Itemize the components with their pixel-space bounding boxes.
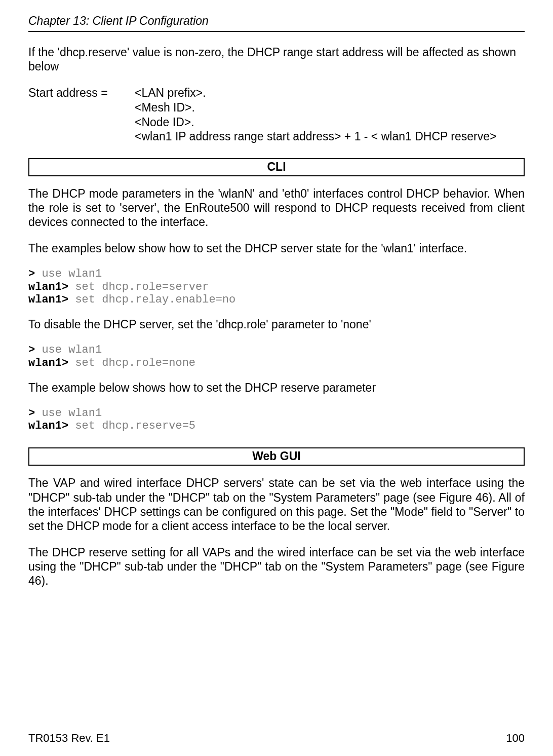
prompt: wlan1> xyxy=(28,420,68,432)
cmd: use wlan1 xyxy=(35,344,102,356)
start-address-line-2: <Mesh ID>. xyxy=(135,100,525,115)
page: Chapter 13: Client IP Configuration If t… xyxy=(0,0,553,756)
start-address-values: <LAN prefix>. <Mesh ID>. <Node ID>. <wla… xyxy=(135,86,525,144)
prompt: wlan1> xyxy=(28,293,68,306)
start-address-label: Start address = xyxy=(28,86,135,144)
cli-code-block-1: > use wlan1 wlan1> set dhcp.role=server … xyxy=(28,268,525,306)
webgui-paragraph-2: The DHCP reserve setting for all VAPs an… xyxy=(28,545,525,588)
cmd: use wlan1 xyxy=(35,407,102,420)
prompt: > xyxy=(28,407,35,420)
cli-code-block-3: > use wlan1 wlan1> set dhcp.reserve=5 xyxy=(28,407,525,433)
cli-paragraph-1: The DHCP mode parameters in the 'wlanN' … xyxy=(28,186,525,229)
cli-heading: CLI xyxy=(28,158,525,176)
footer: TR0153 Rev. E1 100 xyxy=(28,732,525,745)
header-rule xyxy=(28,31,525,32)
cli-paragraph-3: To disable the DHCP server, set the 'dhc… xyxy=(28,317,525,331)
cmd: use wlan1 xyxy=(35,268,102,280)
cli-code-block-2: > use wlan1 wlan1> set dhcp.role=none xyxy=(28,344,525,369)
cmd: set dhcp.reserve=5 xyxy=(68,420,195,432)
cmd: set dhcp.relay.enable=no xyxy=(68,293,235,306)
footer-page-number: 100 xyxy=(506,732,525,745)
footer-doc-id: TR0153 Rev. E1 xyxy=(28,732,110,745)
webgui-heading: Web GUI xyxy=(28,447,525,466)
intro-paragraph: If the 'dhcp.reserve' value is non-zero,… xyxy=(28,45,525,73)
prompt: > xyxy=(28,268,35,280)
cmd: set dhcp.role=none xyxy=(68,357,195,369)
start-address-line-4: <wlan1 IP address range start address> +… xyxy=(135,129,525,144)
prompt: wlan1> xyxy=(28,281,68,293)
start-address-block: Start address = <LAN prefix>. <Mesh ID>.… xyxy=(28,86,525,144)
webgui-paragraph-1: The VAP and wired interface DHCP servers… xyxy=(28,476,525,533)
prompt: wlan1> xyxy=(28,357,68,369)
start-address-line-3: <Node ID>. xyxy=(135,115,525,130)
cli-paragraph-2: The examples below show how to set the D… xyxy=(28,241,525,255)
chapter-header: Chapter 13: Client IP Configuration xyxy=(28,14,525,28)
cmd: set dhcp.role=server xyxy=(68,281,209,293)
cli-paragraph-4: The example below shows how to set the D… xyxy=(28,381,525,395)
prompt: > xyxy=(28,344,35,356)
start-address-line-1: <LAN prefix>. xyxy=(135,86,525,100)
